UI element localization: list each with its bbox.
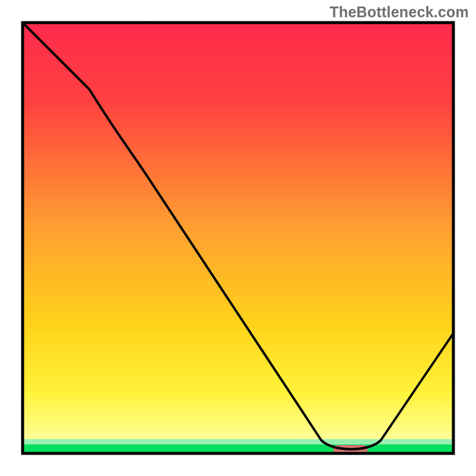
chart-container: TheBottleneck.com <box>0 0 476 476</box>
green-fringe <box>23 439 453 444</box>
bottleneck-curve-plot <box>0 0 476 476</box>
plot-area <box>23 23 453 453</box>
